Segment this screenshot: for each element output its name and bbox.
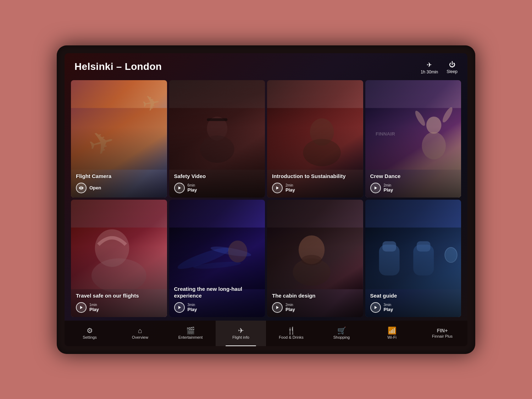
route-title: Helsinki – London: [74, 61, 162, 72]
card-crew-dance[interactable]: FINNAIR Crew Dance 2min Play: [365, 80, 461, 198]
nav-item-flight-info[interactable]: ✈ Flight info: [216, 321, 266, 346]
nav-item-settings[interactable]: ⚙ Settings: [65, 321, 115, 346]
play-button-safety-video[interactable]: [174, 183, 185, 193]
card-long-haul-title: Creating the new long-haul experience: [174, 286, 260, 299]
card-flight-camera-content: Flight Camera Open: [71, 80, 167, 198]
nav-label-flight-info: Flight info: [232, 336, 249, 339]
svg-marker-17: [375, 186, 377, 189]
card-crew-dance-action-label: Play: [384, 188, 393, 192]
play-button-intro-sustainability[interactable]: [272, 183, 283, 193]
header-controls: ✈ 1h 30min ⏻ Sleep: [421, 61, 458, 74]
card-cabin-design-duration: 2min: [286, 303, 295, 307]
card-flight-camera-title: Flight Camera: [76, 173, 162, 180]
card-cabin-design[interactable]: The cabin design 2min Play: [267, 200, 363, 317]
nav-label-shopping: Shopping: [333, 336, 350, 339]
card-travel-safe-action: 1min Play: [76, 302, 162, 313]
card-flight-camera[interactable]: ✈ Flight Camera: [71, 80, 167, 198]
card-intro-sustainability-title: Introduction to Sustainability: [272, 173, 358, 180]
svg-marker-10: [276, 186, 279, 189]
flight-info-icon: ✈: [238, 327, 244, 334]
flight-time-label: 1h 30min: [421, 70, 438, 74]
card-cabin-design-action: 2min Play: [272, 302, 358, 313]
card-crew-dance-action-info: 2min Play: [384, 184, 393, 192]
card-seat-guide-content: Seat guide 3min Play: [365, 200, 461, 317]
sleep-label: Sleep: [447, 69, 458, 74]
play-button-crew-dance[interactable]: [370, 183, 381, 193]
shopping-icon: 🛒: [337, 327, 346, 334]
screen: Helsinki – London ✈ 1h 30min ⏻ Sleep: [65, 53, 467, 346]
nav-item-shopping[interactable]: 🛒 Shopping: [316, 321, 367, 346]
card-safety-video-action-info: 6min Play: [188, 184, 197, 192]
nav-item-entertainment[interactable]: 🎬 Entertainment: [165, 321, 216, 346]
card-intro-sustainability-action: 2min Play: [272, 183, 358, 193]
card-cabin-design-action-label: Play: [286, 307, 295, 312]
card-safety-video-title: Safety Video: [174, 173, 260, 180]
card-seat-guide-title: Seat guide: [370, 293, 456, 299]
card-safety-video-action-label: Play: [188, 188, 197, 192]
card-crew-dance-duration: 2min: [384, 184, 393, 187]
nav-label-overview: Overview: [132, 336, 148, 339]
card-intro-sustainability-content: Introduction to Sustainability 2min Play: [267, 80, 363, 198]
card-long-haul-action-info: 3min Play: [188, 303, 197, 312]
card-intro-sustainability-action-info: 2min Play: [286, 184, 295, 192]
nav-item-finnair-plus[interactable]: FIN+ Finnair Plus: [417, 321, 467, 346]
cards-grid: ✈ Flight Camera: [65, 78, 467, 321]
card-travel-safe-action-info: 1min Play: [89, 303, 99, 312]
svg-marker-21: [80, 306, 83, 309]
bottom-navigation: ⚙ Settings ⌂ Overview 🎬 Entertainment ✈ …: [65, 321, 467, 346]
settings-icon: ⚙: [87, 327, 93, 334]
card-safety-video-action: 6min Play: [174, 183, 260, 193]
play-button-long-haul[interactable]: [174, 302, 185, 313]
nav-item-food-drinks[interactable]: 🍴 Food & Drinks: [266, 321, 316, 346]
card-flight-camera-action: Open: [76, 183, 162, 193]
power-icon: ⏻: [449, 61, 455, 68]
card-travel-safe-content: Travel safe on our flights 1min Play: [71, 200, 167, 317]
sleep-button[interactable]: ⏻ Sleep: [447, 61, 458, 74]
card-travel-safe[interactable]: Travel safe on our flights 1min Play: [71, 200, 167, 317]
card-crew-dance-title: Crew Dance: [370, 173, 456, 180]
card-cabin-design-action-info: 2min Play: [286, 303, 295, 312]
nav-label-settings: Settings: [83, 336, 97, 339]
card-safety-video[interactable]: Safety Video 6min Play: [169, 80, 265, 198]
main-content: Helsinki – London ✈ 1h 30min ⏻ Sleep: [65, 53, 467, 346]
nav-label-entertainment: Entertainment: [178, 336, 203, 339]
nav-label-finnair-plus: Finnair Plus: [432, 334, 453, 338]
card-seat-guide-action-label: Play: [384, 307, 393, 312]
nav-item-overview[interactable]: ⌂ Overview: [115, 321, 165, 346]
svg-marker-27: [178, 306, 181, 309]
card-safety-video-content: Safety Video 6min Play: [169, 80, 265, 198]
nav-item-wifi[interactable]: 📶 Wi-Fi: [367, 321, 417, 346]
card-safety-video-duration: 6min: [188, 184, 197, 187]
card-travel-safe-action-label: Play: [89, 307, 99, 312]
card-long-haul-content: Creating the new long-haul experience 3m…: [169, 200, 265, 317]
card-intro-sustainability-action-label: Play: [286, 188, 295, 192]
card-long-haul[interactable]: Creating the new long-haul experience 3m…: [169, 200, 265, 317]
card-seat-guide-duration: 3min: [384, 303, 393, 307]
play-button-seat-guide[interactable]: [370, 302, 381, 313]
flight-time-icon: ✈: [427, 61, 432, 69]
card-cabin-design-title: The cabin design: [272, 293, 358, 299]
svg-marker-39: [375, 306, 377, 309]
device-frame: Helsinki – London ✈ 1h 30min ⏻ Sleep: [57, 45, 475, 354]
card-seat-guide-action-info: 3min Play: [384, 303, 393, 312]
card-intro-sustainability[interactable]: Introduction to Sustainability 2min Play: [267, 80, 363, 198]
food-drinks-icon: 🍴: [287, 327, 296, 334]
header: Helsinki – London ✈ 1h 30min ⏻ Sleep: [65, 53, 467, 78]
card-cabin-design-content: The cabin design 2min Play: [267, 200, 363, 317]
card-long-haul-action-label: Play: [188, 307, 197, 312]
open-button-flight-camera[interactable]: [76, 183, 87, 193]
card-flight-camera-action-info: Open: [89, 185, 101, 190]
play-button-cabin-design[interactable]: [272, 302, 283, 313]
home-icon: ⌂: [138, 327, 142, 334]
card-flight-camera-action-label: Open: [89, 185, 101, 190]
play-button-travel-safe[interactable]: [76, 302, 87, 313]
card-long-haul-action: 3min Play: [174, 302, 260, 313]
card-travel-safe-title: Travel safe on our flights: [76, 293, 162, 299]
card-crew-dance-content: Crew Dance 2min Play: [365, 80, 461, 198]
card-crew-dance-action: 2min Play: [370, 183, 456, 193]
svg-marker-32: [276, 306, 279, 309]
nav-label-food-drinks: Food & Drinks: [279, 336, 304, 339]
flight-time: ✈ 1h 30min: [421, 61, 438, 74]
card-long-haul-duration: 3min: [188, 303, 197, 307]
card-seat-guide[interactable]: Seat guide 3min Play: [365, 200, 461, 317]
